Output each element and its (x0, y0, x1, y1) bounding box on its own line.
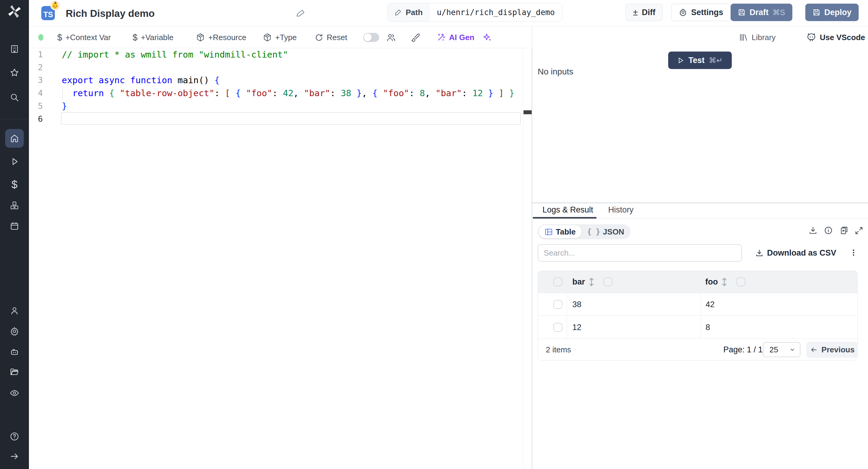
play-icon (677, 57, 684, 64)
diff-icon: ± (633, 8, 638, 17)
settings-gear-icon[interactable] (10, 326, 19, 336)
table-body: 3842128 (538, 293, 858, 339)
table-row[interactable]: 128 (538, 316, 858, 339)
code-line[interactable]: } (62, 100, 67, 113)
result-view-toggle: Table { } JSON (538, 224, 630, 239)
help-question-icon[interactable] (10, 432, 19, 441)
expand-fullscreen-icon[interactable] (855, 226, 863, 235)
path-pencil-icon (395, 9, 402, 16)
left-sidebar: $ (0, 0, 29, 469)
workspaces-buildings-icon[interactable] (10, 44, 19, 54)
page-size-select[interactable]: 25 (763, 342, 801, 357)
info-icon[interactable] (824, 226, 833, 235)
sort-updown-icon[interactable] (721, 277, 728, 287)
home-icon (10, 133, 19, 143)
search-icon[interactable] (10, 93, 19, 102)
download-csv-button[interactable]: Download as CSV (755, 244, 836, 262)
editor-toolbar: $ +Context Var $ +Variable +Resource +Ty… (29, 27, 532, 48)
line-number: 5 (29, 100, 43, 113)
ai-sparkles-icon[interactable] (483, 27, 492, 48)
folders-icon[interactable] (10, 367, 19, 377)
github-cat-icon (807, 33, 816, 42)
cell-foo: 8 (706, 316, 710, 339)
runs-play-icon[interactable] (10, 157, 19, 166)
column-foo-pin-checkbox[interactable] (736, 277, 745, 286)
windmill-logo-icon[interactable] (7, 4, 22, 19)
settings-button[interactable]: Settings (671, 4, 731, 21)
row-checkbox[interactable] (553, 323, 562, 332)
add-context-var-button[interactable]: $ +Context Var (57, 27, 111, 48)
collapse-arrow-icon[interactable] (10, 451, 19, 461)
package-icon (263, 33, 272, 42)
more-options-kebab-icon[interactable] (849, 248, 858, 257)
dollar-icon: $ (57, 33, 62, 42)
add-type-button[interactable]: +Type (263, 27, 297, 48)
download-icon (755, 249, 764, 257)
user-icon[interactable] (10, 306, 19, 316)
ai-gen-button[interactable]: AI Gen (436, 27, 474, 48)
sidebar-divider (0, 119, 29, 119)
line-number: 1 (29, 48, 43, 61)
toggle-switch[interactable] (363, 33, 379, 42)
rename-pencil-icon[interactable] (297, 8, 306, 18)
code-line[interactable]: return { "table-row-object": [ { "foo": … (62, 87, 515, 100)
copy-clipboard-icon[interactable] (839, 226, 848, 235)
library-icon (739, 33, 748, 42)
deploy-button[interactable]: Deploy (805, 4, 859, 21)
code-line[interactable]: // import * as wmill from "windmill-clie… (62, 48, 288, 61)
download-icon[interactable] (809, 226, 817, 235)
workers-robot-icon[interactable] (10, 347, 19, 357)
add-resource-button[interactable]: +Resource (196, 27, 246, 48)
line-number: 2 (29, 61, 43, 74)
tab-logs-result[interactable]: Logs & Result (542, 205, 593, 215)
sparkles-icon (483, 33, 492, 42)
items-count: 2 items (546, 339, 571, 361)
script-emoji-badge: 👶 (50, 1, 60, 10)
multiplayer-users-icon[interactable] (386, 27, 396, 48)
test-button[interactable]: Test ⌘↵ (668, 52, 732, 69)
schedules-calendar-icon[interactable] (10, 221, 19, 231)
format-brush-icon[interactable] (411, 27, 421, 48)
paintbrush-icon (411, 33, 421, 42)
panel-section-divider[interactable] (532, 202, 868, 203)
reset-button[interactable]: Reset (315, 27, 347, 48)
column-header-foo[interactable]: foo (705, 271, 718, 293)
right-panel: Test ⌘↵ No inputs Logs & Result History … (532, 27, 868, 469)
view-toggle-table[interactable]: Table (538, 225, 582, 239)
search-input[interactable] (538, 244, 742, 262)
table-icon (545, 228, 553, 236)
toggle-knob (364, 33, 372, 41)
view-toggle-json[interactable]: { } JSON (582, 227, 629, 237)
add-variable-button[interactable]: $ +Variable (133, 27, 174, 48)
result-table: bar foo 3842128 2 items Page: 1 / 1 25 (538, 271, 858, 361)
tab-history[interactable]: History (608, 205, 633, 215)
top-bar: TS 👶 Rich Display demo Path u/henri/rich… (29, 0, 868, 27)
braces-icon: { } (587, 227, 600, 236)
library-button[interactable]: Library (739, 27, 775, 48)
cell-foo: 42 (706, 293, 715, 316)
code-line[interactable]: export async function main() { (62, 74, 220, 87)
sort-updown-icon[interactable] (588, 277, 595, 287)
editor-mode-toggle[interactable] (363, 27, 379, 48)
use-vscode-button[interactable]: Use VScode (807, 27, 865, 48)
diff-button[interactable]: ± Diff (625, 4, 663, 21)
draft-button[interactable]: Draft ⌘S (731, 4, 792, 21)
variables-dollar-icon[interactable]: $ (0, 179, 29, 191)
split-divider[interactable] (532, 27, 532, 469)
audit-eye-icon[interactable] (10, 388, 19, 398)
path-value[interactable]: u/henri/rich_display_demo (430, 3, 562, 22)
resources-cubes-icon[interactable] (10, 201, 19, 210)
no-inputs-label: No inputs (538, 67, 573, 76)
column-header-bar[interactable]: bar (572, 271, 585, 293)
row-checkbox[interactable] (553, 300, 562, 309)
table-row[interactable]: 3842 (538, 293, 858, 316)
page-title: Rich Display demo (66, 8, 155, 19)
save-icon (812, 8, 820, 16)
favorites-star-icon[interactable] (10, 68, 19, 77)
select-all-checkbox[interactable] (553, 277, 562, 286)
code-editor[interactable]: 123456 // import * as wmill from "windmi… (29, 48, 532, 469)
current-line-highlight (61, 112, 521, 125)
column-bar-pin-checkbox[interactable] (603, 277, 613, 286)
path-control[interactable]: Path u/henri/rich_display_demo (388, 3, 562, 22)
previous-page-button[interactable]: Previous (807, 342, 858, 358)
